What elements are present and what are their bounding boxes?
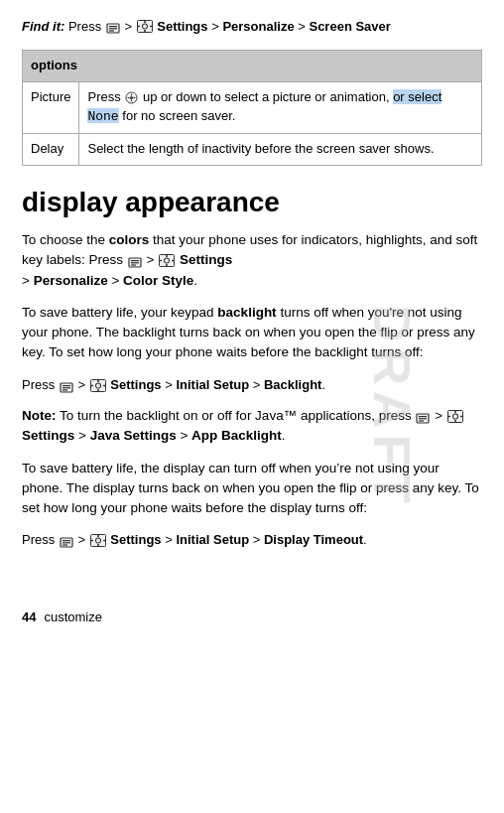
svg-rect-38 xyxy=(419,418,427,419)
menu-icon xyxy=(106,21,120,32)
svg-rect-19 xyxy=(131,265,136,266)
svg-rect-53 xyxy=(97,544,99,546)
menu-icon-2 xyxy=(128,254,142,265)
note-paragraph: Note: To turn the backlight on or off fo… xyxy=(22,406,482,447)
svg-rect-35 xyxy=(103,385,105,386)
svg-rect-27 xyxy=(63,385,70,386)
svg-marker-14 xyxy=(134,97,137,99)
svg-rect-7 xyxy=(144,30,146,32)
table-row: Delay Select the length of inactivity be… xyxy=(23,133,482,165)
option-label-delay: Delay xyxy=(23,133,79,165)
svg-rect-6 xyxy=(144,21,146,23)
svg-rect-18 xyxy=(131,263,139,264)
settings-icon-find xyxy=(137,20,153,33)
svg-rect-3 xyxy=(109,30,114,31)
svg-rect-33 xyxy=(97,389,99,391)
footer-label: customize xyxy=(44,610,102,624)
svg-rect-32 xyxy=(97,380,99,382)
backlight-paragraph: To save battery life, your keypad backli… xyxy=(22,303,482,363)
svg-rect-23 xyxy=(166,264,168,266)
page-number: 44 xyxy=(22,610,36,624)
svg-rect-24 xyxy=(160,260,162,261)
highlight-region: or select None xyxy=(87,89,441,123)
footer: 44 customize xyxy=(22,610,482,624)
option-desc-picture: Press up or down to select a picture or … xyxy=(79,82,482,134)
svg-rect-29 xyxy=(63,389,67,390)
dpad-icon xyxy=(125,91,138,104)
display-paragraph: To save battery life, the display can tu… xyxy=(22,459,482,519)
svg-marker-12 xyxy=(131,100,133,103)
svg-marker-11 xyxy=(131,93,133,96)
svg-rect-25 xyxy=(172,260,174,261)
find-it-bar: Find it: Press > Settings > Personali xyxy=(22,18,482,36)
svg-rect-49 xyxy=(63,545,67,546)
find-it-label: Find it: xyxy=(22,19,64,34)
options-header: options xyxy=(23,51,482,82)
svg-rect-17 xyxy=(131,260,139,261)
svg-rect-52 xyxy=(97,535,99,537)
menu-icon-3 xyxy=(60,379,73,390)
svg-marker-13 xyxy=(127,97,130,99)
backlight-press-line: Press > Settings > Initial Setup > Backl… xyxy=(22,375,482,395)
svg-rect-55 xyxy=(103,540,105,541)
svg-rect-42 xyxy=(454,411,456,413)
svg-point-15 xyxy=(130,96,133,99)
svg-rect-54 xyxy=(91,540,93,541)
colors-paragraph: To choose the colors that your phone use… xyxy=(22,230,482,291)
note-label: Note: xyxy=(22,408,57,423)
svg-rect-22 xyxy=(166,255,168,257)
svg-rect-44 xyxy=(448,416,450,417)
svg-rect-37 xyxy=(419,416,427,417)
svg-rect-2 xyxy=(109,28,117,29)
svg-rect-28 xyxy=(63,387,70,388)
svg-rect-1 xyxy=(109,26,117,27)
settings-icon-5 xyxy=(90,533,106,546)
svg-rect-47 xyxy=(63,540,70,541)
display-timeout-press-line: Press > Settings > Initial Setup > Displ… xyxy=(22,530,482,550)
table-row: Picture Press up or down to select a pic… xyxy=(23,82,482,134)
svg-rect-43 xyxy=(454,420,456,422)
svg-rect-45 xyxy=(460,416,462,417)
option-label-picture: Picture xyxy=(23,82,79,134)
settings-icon-3 xyxy=(90,378,106,391)
svg-rect-48 xyxy=(63,543,70,544)
settings-icon-2 xyxy=(159,253,175,266)
find-it-path: Press > Settings > Personalize > Screen … xyxy=(68,19,391,34)
svg-rect-34 xyxy=(91,385,93,386)
option-desc-delay: Select the length of inactivity before t… xyxy=(79,133,482,165)
settings-icon-4 xyxy=(447,409,463,422)
svg-rect-8 xyxy=(138,26,140,27)
options-table: options Picture Press up or down to s xyxy=(22,50,482,165)
menu-icon-5 xyxy=(60,534,73,545)
menu-icon-4 xyxy=(416,410,430,421)
svg-rect-39 xyxy=(419,420,424,421)
section-heading: display appearance xyxy=(22,186,482,219)
svg-rect-9 xyxy=(150,26,152,27)
